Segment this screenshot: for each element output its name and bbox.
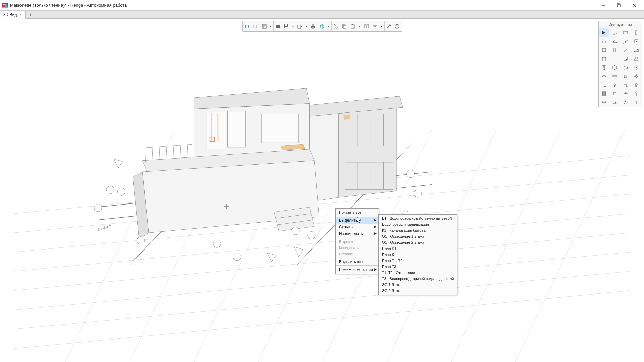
tool-stair[interactable] (620, 46, 631, 54)
submenu-item[interactable]: План Т3 (379, 264, 457, 270)
minimize-button[interactable] (596, 0, 611, 11)
tool-level[interactable] (620, 89, 631, 98)
collaborate-button[interactable] (362, 21, 371, 31)
new-tab-button[interactable]: + (27, 12, 34, 18)
tool-section[interactable] (609, 98, 620, 107)
undo-button[interactable] (243, 21, 251, 31)
tool-pipe[interactable] (599, 72, 609, 81)
save-dropdown[interactable]: ▼ (291, 21, 296, 31)
tool-electrical[interactable] (609, 81, 620, 89)
copy-button[interactable] (340, 21, 349, 31)
project-browser-button[interactable] (260, 21, 269, 31)
cut-button[interactable] (331, 21, 340, 31)
tool-element[interactable] (609, 63, 620, 72)
cm-isolate[interactable]: Изолировать▶ (336, 230, 379, 237)
tool-roof[interactable] (609, 37, 620, 46)
maximize-button[interactable] (611, 0, 627, 11)
svg-rect-89 (312, 24, 314, 26)
cm-select-all[interactable]: Выделить все (336, 259, 379, 265)
tool-lighting[interactable] (631, 81, 642, 89)
tool-plumbing[interactable] (599, 81, 609, 89)
svg-line-129 (624, 57, 626, 59)
submenu-item[interactable]: Водопровод и канализация (379, 221, 457, 227)
submenu-item[interactable]: ЭО 1 Этаж (379, 282, 457, 288)
tool-column[interactable] (631, 28, 642, 37)
submenu-item[interactable]: О1 - Освещение 2 этажа (379, 239, 457, 245)
paste-button[interactable] (349, 21, 357, 31)
workspace: Фасад 4 ▼ ▼ ▼ ▼ ▼ ▼ ? Инструменты (0, 19, 644, 362)
submenu-item[interactable]: О1 - Освещение 1 этажа (379, 233, 457, 239)
submenu-item[interactable]: План К1 (379, 252, 457, 258)
svg-point-140 (636, 67, 637, 68)
tool-route[interactable] (620, 81, 631, 89)
svg-marker-151 (614, 83, 616, 87)
tool-grid[interactable] (631, 89, 642, 98)
submenu-item[interactable]: Т3 - Водопровод горячей воды подающий (379, 276, 457, 282)
cm-select[interactable]: Выделить▶ (336, 217, 379, 224)
tool-panel[interactable] (599, 89, 609, 98)
svg-line-11 (14, 214, 630, 271)
tool-door[interactable] (609, 46, 620, 54)
help-button[interactable]: ? (393, 21, 402, 31)
tool-select[interactable] (599, 28, 609, 37)
submenu-arrow-icon: ▶ (374, 268, 377, 271)
tool-rebar[interactable] (631, 63, 642, 72)
svg-marker-114 (613, 40, 617, 43)
tool-switch[interactable] (609, 89, 620, 98)
svg-marker-72 (267, 253, 276, 262)
tool-elevation[interactable] (620, 98, 631, 107)
tool-assembly[interactable] (599, 63, 609, 72)
export-dropdown[interactable]: ▼ (304, 21, 309, 31)
submenu-item[interactable]: План Т1, Т2 (379, 258, 457, 264)
tool-hatch[interactable] (620, 54, 631, 63)
tool-opening[interactable] (631, 37, 642, 46)
save-button[interactable] (282, 21, 291, 31)
tool-ramp[interactable] (631, 46, 642, 54)
cm-hide[interactable]: Скрыть▶ (336, 224, 379, 230)
tab-close-icon[interactable]: × (19, 12, 22, 17)
tool-marquee[interactable] (609, 28, 620, 37)
tab-3d-view[interactable]: 3D Вид × (0, 11, 26, 19)
print-button[interactable] (309, 21, 318, 31)
tool-accessory[interactable] (631, 72, 642, 81)
open-button[interactable] (273, 21, 282, 31)
tool-dimension[interactable] (599, 98, 609, 107)
screenshot-dropdown[interactable]: ▼ (380, 21, 384, 31)
tool-line[interactable] (609, 54, 620, 63)
tool-foundation[interactable] (631, 54, 642, 63)
model-view: Фасад 4 (0, 34, 644, 362)
svg-rect-133 (635, 57, 637, 59)
tool-beam[interactable] (620, 37, 631, 46)
tool-equipment[interactable] (620, 72, 631, 81)
tools-panel: Инструменты (598, 21, 642, 107)
submenu-item[interactable]: Т1, Т2 - Отопление (379, 270, 457, 276)
screenshot-button[interactable] (371, 21, 380, 31)
svg-line-12 (14, 233, 630, 290)
svg-text:?: ? (396, 24, 398, 29)
context-submenu-select: В1 - Водопровод хозяйственно-питьевой Во… (378, 214, 457, 295)
tool-slab[interactable] (599, 37, 609, 46)
redo-button[interactable] (251, 21, 260, 31)
tool-text[interactable]: T (631, 98, 642, 107)
svg-point-62 (106, 186, 114, 194)
tool-plate[interactable] (620, 63, 631, 72)
tool-wall[interactable] (620, 28, 631, 37)
paste-dropdown[interactable]: ▼ (357, 21, 362, 31)
close-button[interactable] (627, 0, 642, 11)
tool-window[interactable] (599, 46, 609, 54)
submenu-item[interactable]: В1 - Водопровод хозяйственно-питьевой (379, 215, 457, 221)
export-button[interactable] (296, 21, 304, 31)
submenu-item[interactable]: К1 - Канализация бытовая (379, 227, 457, 233)
viewport-3d[interactable]: Фасад 4 (0, 34, 644, 362)
cm-measure-mode[interactable]: Режим измерения▶ (336, 266, 379, 273)
tool-duct[interactable] (609, 72, 620, 81)
settings-button[interactable] (384, 21, 393, 31)
submenu-item[interactable]: План В1 (379, 245, 457, 252)
tool-railing[interactable] (599, 54, 609, 63)
project-browser-dropdown[interactable]: ▼ (269, 21, 273, 31)
view-mode-dropdown[interactable]: ▼ (327, 21, 331, 31)
view-mode-button[interactable] (318, 21, 327, 31)
submenu-item[interactable]: ЭО 2 Этаж (379, 288, 457, 294)
svg-rect-1 (3, 4, 5, 5)
cm-show-all[interactable]: Показать все (336, 209, 379, 215)
